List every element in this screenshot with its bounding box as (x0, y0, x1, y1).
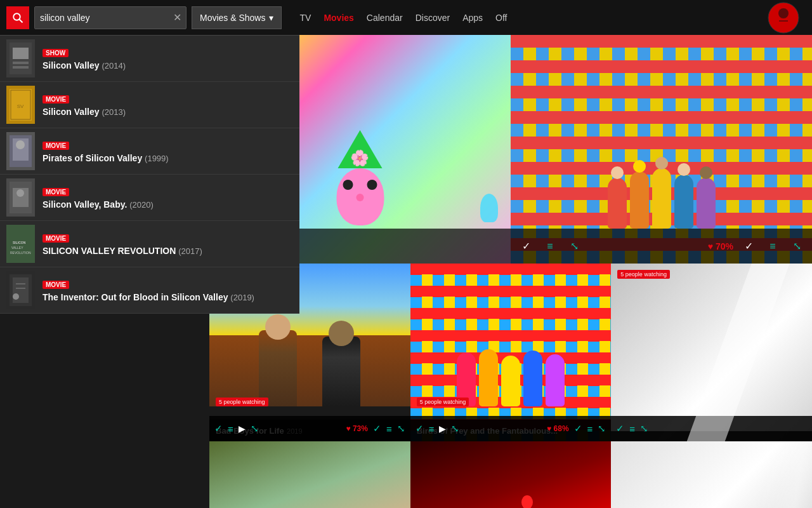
dropdown-item[interactable]: Show Silicon Valley (2014) (0, 36, 299, 82)
svg-point-14 (16, 140, 25, 149)
dropdown-item[interactable]: Movie The Inventor: Out for Blood in Sil… (0, 267, 299, 314)
type-badge: Movie (43, 281, 69, 289)
search-wrapper: ✓✕ (34, 6, 187, 29)
result-title: Silicon Valley (2014) (43, 60, 126, 70)
group-card[interactable]: ✓ ≡ ⤡ (209, 441, 410, 508)
list-icon[interactable]: ≡ (228, 424, 233, 434)
person-silhouettes (252, 318, 367, 406)
expand-icon-5[interactable]: ⤡ (640, 423, 648, 434)
svg-text:REVOLUTION: REVOLUTION (10, 251, 31, 255)
svg-point-26 (13, 293, 19, 300)
expand-icon-2[interactable]: ⤡ (397, 423, 405, 434)
expand-icon-4[interactable]: ⤡ (598, 423, 606, 434)
nav-link-tv[interactable]: TV (299, 13, 311, 23)
expand-icon[interactable]: ⤡ (565, 237, 583, 255)
person-left (259, 330, 297, 406)
nav-link-movies[interactable]: Movies (324, 13, 353, 23)
list-icon-4[interactable]: ≡ (587, 424, 593, 434)
nav-link-discover[interactable]: Discover (416, 13, 450, 23)
clear-button[interactable]: ✓✕ (168, 9, 186, 27)
watching-label-3: 5 people watching (617, 270, 670, 279)
check-icon[interactable]: ✓ (517, 237, 535, 255)
check-icon-5[interactable]: ✓ (616, 423, 624, 434)
result-title: Silicon Valley, Baby. (2020) (43, 199, 154, 210)
mid-row: 5 people watching Bad Boys for Life 2019… (209, 264, 812, 441)
expand-icon[interactable]: ⤡ (251, 423, 259, 434)
filter-label: Movies & Shows (200, 13, 265, 23)
chevron-down-icon: ▾ (269, 13, 273, 23)
logo (768, 2, 799, 34)
result-year: (2019) (230, 293, 254, 302)
search-dropdown: Show Silicon Valley (2014) SV Movie Sili… (0, 35, 299, 314)
bottom-white-card[interactable]: ✓ ≡ ⤡ (611, 441, 812, 508)
type-badge: Movie (43, 234, 69, 243)
result-thumbnail: SILICONVALLEYREVOLUTION (6, 225, 35, 263)
nav-links: TV Movies Calendar Discover Apps Off (299, 13, 507, 23)
result-title: The Inventor: Out for Blood in Silicon V… (43, 292, 254, 302)
result-title: Silicon Valley (2013) (43, 107, 126, 117)
result-info: Movie Silicon Valley (2013) (43, 93, 126, 117)
dropdown-item[interactable]: SV Movie Silicon Valley (2013) (0, 82, 299, 128)
list-icon-2[interactable]: ≡ (764, 237, 782, 255)
score: ♥ 73% (346, 424, 367, 433)
result-info: Show Silicon Valley (2014) (43, 46, 126, 70)
play-button[interactable]: ▶ (239, 424, 246, 434)
result-title: SILICON VALLEY REVOLUTION (2017) (43, 246, 202, 256)
svg-text:SILICON: SILICON (13, 241, 26, 244)
svg-text:VALLEY: VALLEY (11, 246, 23, 250)
nav-link-off[interactable]: Off (495, 13, 507, 23)
result-info: Movie Pirates of Silicon Valley (1999) (43, 139, 169, 163)
list-icon-5[interactable]: ≡ (629, 424, 635, 434)
check-icon-2[interactable]: ✓ (740, 237, 757, 255)
svg-rect-8 (13, 66, 29, 69)
result-year: (2014) (102, 61, 126, 70)
nav-link-calendar[interactable]: Calendar (367, 13, 403, 23)
birds2-actions: ✓ ≡ ▶ ⤡ ♥ 68% ✓ ≡ ⤡ (410, 416, 612, 441)
svg-point-3 (778, 8, 789, 18)
result-title: Pirates of Silicon Valley (1999) (43, 153, 169, 163)
watching-label: 5 people watching (216, 398, 268, 406)
nav-link-apps[interactable]: Apps (462, 13, 483, 23)
hero-row: 🌸 ✓ ≡ ⤡ (209, 35, 812, 264)
search-input[interactable] (35, 7, 168, 29)
birds-of-prey-2-card[interactable]: 5 people watching Birds of Prey and the … (410, 264, 612, 441)
check-icon-4[interactable]: ✓ (574, 423, 582, 434)
bad-boys-actions: ✓ ≡ ▶ ⤡ ♥ 73% ✓ ≡ ⤡ (209, 416, 410, 441)
result-info: Movie Silicon Valley, Baby. (2020) (43, 185, 154, 210)
dropdown-item[interactable]: Movie Pirates of Silicon Valley (1999) (0, 128, 299, 175)
type-badge: Movie (43, 188, 69, 196)
expand-icon-3[interactable]: ⤡ (451, 423, 459, 434)
expand-icon-2[interactable]: ⤡ (788, 237, 806, 255)
white-card[interactable]: 5 people watching ✓ ≡ ⤡ (611, 264, 812, 441)
list-icon-3[interactable]: ≡ (429, 424, 435, 434)
svg-line-1 (19, 19, 22, 22)
dropdown-item[interactable]: SILICONVALLEYREVOLUTION Movie SILICON VA… (0, 221, 299, 267)
birds-of-prey-card[interactable]: ✓ ≡ ⤡ ♥ 70% ✓ ≡ ⤡ (511, 35, 812, 264)
play-button-2[interactable]: ▶ (439, 424, 446, 434)
result-info: Movie SILICON VALLEY REVOLUTION (2017) (43, 232, 202, 256)
it-card[interactable]: ✓ ≡ ⤡ (410, 441, 612, 508)
dropdown-item[interactable]: Movie Silicon Valley, Baby. (2020) (0, 175, 299, 221)
check-icon-3[interactable]: ✓ (416, 423, 424, 434)
navbar: ✓✕ Movies & Shows ▾ TV Movies Calendar D… (0, 0, 812, 35)
watching-label-2: 5 people watching (417, 398, 469, 406)
score-badge: ♥ 70% (708, 241, 733, 251)
search-icon-button[interactable] (6, 6, 29, 29)
score-2: ♥ 68% (547, 424, 568, 433)
filter-dropdown[interactable]: Movies & Shows ▾ (192, 6, 282, 29)
result-thumbnail (6, 178, 35, 217)
result-thumbnail: SV (6, 86, 35, 124)
check-icon[interactable]: ✓ (214, 423, 223, 434)
result-thumbnail (6, 271, 35, 309)
white-card-actions: ✓ ≡ ⤡ (611, 416, 812, 441)
check-icon-2[interactable]: ✓ (373, 423, 381, 434)
main-content: 🌸 ✓ ≡ ⤡ (209, 35, 812, 508)
result-year: (2020) (129, 200, 154, 210)
women-group (511, 168, 812, 229)
list-icon[interactable]: ≡ (541, 237, 559, 255)
svg-text:SV: SV (17, 104, 24, 109)
result-year: (1999) (145, 154, 169, 163)
type-badge: Movie (43, 95, 69, 104)
list-icon-2[interactable]: ≡ (386, 424, 392, 434)
result-year: (2017) (178, 246, 202, 256)
